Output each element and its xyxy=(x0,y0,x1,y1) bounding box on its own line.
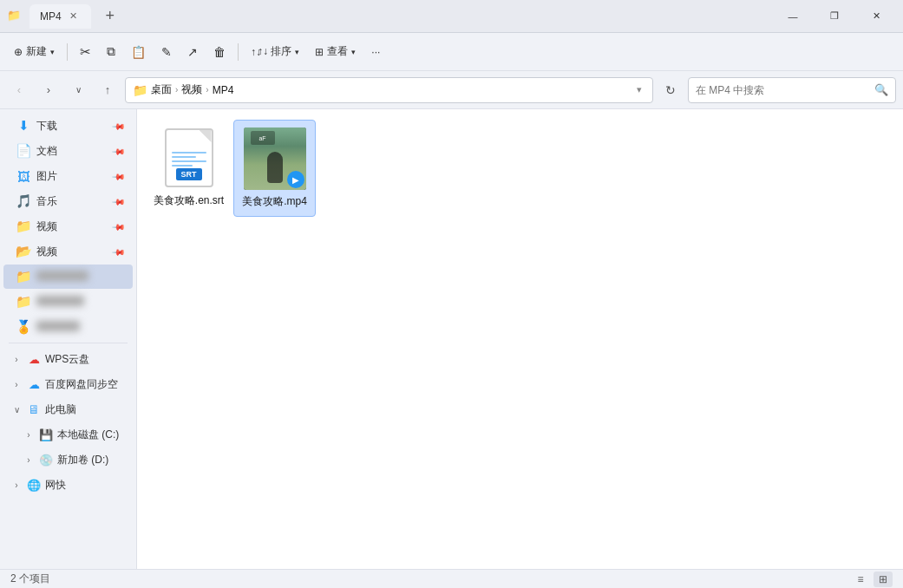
list-view-button[interactable]: ≡ xyxy=(851,572,870,587)
sidebar-item-thispc[interactable]: ∨ 🖥 此电脑 xyxy=(3,397,133,421)
download-label: 下载 xyxy=(36,119,57,134)
copy-icon: ⧉ xyxy=(107,44,115,59)
music-label: 音乐 xyxy=(36,194,57,209)
baidu-label: 百度网盘同步空 xyxy=(45,377,118,392)
pin-icon-videos1: 📌 xyxy=(112,219,126,233)
blurred2-text xyxy=(36,296,84,309)
list-view-icon: ≡ xyxy=(857,573,863,585)
up-button[interactable]: ↑ xyxy=(95,78,120,102)
more-button[interactable]: ··· xyxy=(364,42,387,62)
sidebar-item-blurred2[interactable]: 📁 xyxy=(3,290,133,314)
sidebar-item-drive-d[interactable]: › 💿 新加卷 (D:) xyxy=(3,448,133,472)
forward-button[interactable]: › xyxy=(36,78,61,102)
title-bar-left: 📁 MP4 ✕ + xyxy=(7,4,773,29)
rename-button[interactable]: ✎ xyxy=(154,41,179,63)
grid-view-button[interactable]: ⊞ xyxy=(874,572,893,587)
item-count: 2 个项目 xyxy=(10,572,50,586)
baidu-expand-icon: › xyxy=(10,380,23,389)
new-icon: ⊕ xyxy=(14,46,23,58)
down-button[interactable]: ∨ xyxy=(66,78,90,102)
sidebar-item-blurred3[interactable]: 🏅 xyxy=(3,315,133,339)
sidebar-item-videos2[interactable]: 📂 视频 📌 xyxy=(3,239,133,264)
srt-icon-container: SRT xyxy=(158,127,220,189)
blurred1-text xyxy=(36,271,88,284)
breadcrumb-folder: MP4 xyxy=(213,84,234,96)
breadcrumb-arrow-1: › xyxy=(175,85,178,95)
srt-line-4 xyxy=(172,165,193,167)
sidebar-item-baidu[interactable]: › ☁ 百度网盘同步空 xyxy=(3,372,133,396)
videos1-label: 视频 xyxy=(36,219,57,234)
more-icon: ··· xyxy=(371,46,380,58)
mp4-play-badge: ▶ xyxy=(287,171,304,188)
share-icon: ↗ xyxy=(187,45,198,59)
new-button[interactable]: ⊕ 新建 ▾ xyxy=(7,40,62,63)
sidebar-item-videos1[interactable]: 📁 视频 📌 xyxy=(3,214,133,238)
file-grid: SRT 美食攻略.en.srt aF xyxy=(147,120,893,217)
thispc-label: 此电脑 xyxy=(45,402,76,417)
pin-icon-download: 📌 xyxy=(112,119,126,133)
delete-button[interactable]: 🗑 xyxy=(206,41,232,63)
sidebar-item-drive-c[interactable]: › 💾 本地磁盘 (C:) xyxy=(3,422,133,447)
videos2-icon: 📂 xyxy=(16,244,31,259)
tab-mp4[interactable]: MP4 ✕ xyxy=(29,4,91,29)
drivec-label: 本地磁盘 (C:) xyxy=(57,428,119,442)
sidebar-item-documents[interactable]: 📄 文档 📌 xyxy=(3,139,133,163)
tab-add-button[interactable]: + xyxy=(98,4,122,29)
breadcrumb-chevron[interactable]: ▾ xyxy=(633,82,645,97)
title-bar: 📁 MP4 ✕ + — ❐ ✕ xyxy=(0,0,903,33)
close-button[interactable]: ✕ xyxy=(856,3,896,30)
sidebar-divider xyxy=(9,343,128,343)
copy-button[interactable]: ⧉ xyxy=(100,40,122,63)
file-item-srt[interactable]: SRT 美食攻略.en.srt xyxy=(147,120,230,217)
main-container: ⬇ 下载 📌 📄 文档 📌 🖼 图片 📌 🎵 音乐 📌 📁 视频 📌 📂 视频 xyxy=(0,109,903,569)
sort-button[interactable]: ↑↓ ↑↓ 排序 ▾ xyxy=(244,40,306,63)
network-label: 网快 xyxy=(45,478,66,493)
sidebar-item-wps[interactable]: › ☁ WPS云盘 xyxy=(3,347,133,371)
search-input[interactable] xyxy=(696,84,871,96)
paste-icon: 📋 xyxy=(131,45,146,59)
address-bar: ‹ › ∨ ↑ 📁 桌面 › 视频 › MP4 ▾ ↻ 🔍 xyxy=(0,71,903,109)
pin-icon-documents: 📌 xyxy=(112,144,126,158)
sidebar-item-pictures[interactable]: 🖼 图片 📌 xyxy=(3,164,133,188)
paste-button[interactable]: 📋 xyxy=(124,41,153,63)
sidebar-item-download[interactable]: ⬇ 下载 📌 xyxy=(3,114,133,138)
music-icon: 🎵 xyxy=(16,193,31,209)
srt-lines xyxy=(167,145,212,168)
sidebar-item-blurred1[interactable]: 📁 xyxy=(3,265,133,289)
view-button[interactable]: ⊞ 查看 ▾ xyxy=(308,40,363,63)
documents-label: 文档 xyxy=(36,144,57,159)
sidebar: ⬇ 下载 📌 📄 文档 📌 🖼 图片 📌 🎵 音乐 📌 📁 视频 📌 📂 视频 xyxy=(0,109,137,569)
mp4-icon-container: aF ▶ xyxy=(244,127,306,190)
file-item-mp4[interactable]: aF ▶ 美食攻略.mp4 xyxy=(233,120,316,217)
view-label: 查看 xyxy=(327,44,348,59)
toolbar: ⊕ 新建 ▾ ✂ ⧉ 📋 ✎ ↗ 🗑 ↑↓ ↑↓ 排序 ▾ ⊞ 查看 ▾ ··· xyxy=(0,33,903,71)
sidebar-item-network[interactable]: › 🌐 网快 xyxy=(3,473,133,497)
pictures-label: 图片 xyxy=(36,169,57,184)
minimize-button[interactable]: — xyxy=(773,3,813,30)
cut-button[interactable]: ✂ xyxy=(73,40,98,64)
refresh-button[interactable]: ↻ xyxy=(658,78,683,102)
breadcrumb-videos: 视频 xyxy=(181,82,202,97)
tab-close-button[interactable]: ✕ xyxy=(67,10,81,23)
back-button[interactable]: ‹ xyxy=(7,78,31,102)
tab-label: MP4 xyxy=(40,10,62,23)
blurred1-icon: 📁 xyxy=(16,269,31,284)
share-button[interactable]: ↗ xyxy=(180,41,205,63)
sidebar-item-music[interactable]: 🎵 音乐 📌 xyxy=(3,189,133,213)
pin-icon-music: 📌 xyxy=(112,194,126,208)
drived-label: 新加卷 (D:) xyxy=(57,453,108,467)
wps-label: WPS云盘 xyxy=(45,352,89,367)
sort-label: ↑↓ 排序 xyxy=(258,44,291,59)
search-icon: 🔍 xyxy=(874,83,888,96)
maximize-button[interactable]: ❐ xyxy=(815,3,854,30)
network-icon: 🌐 xyxy=(26,477,42,493)
thispc-icon: 🖥 xyxy=(26,402,42,417)
mp4-filename: 美食攻略.mp4 xyxy=(242,195,307,209)
search-bar[interactable]: 🔍 xyxy=(688,77,896,103)
thispc-expand-icon: ∨ xyxy=(10,405,23,415)
grid-view-icon: ⊞ xyxy=(879,573,887,585)
drived-expand-icon: › xyxy=(23,455,35,465)
drivec-expand-icon: › xyxy=(23,430,35,440)
breadcrumb[interactable]: 📁 桌面 › 视频 › MP4 ▾ xyxy=(125,77,653,103)
breadcrumb-arrow-2: › xyxy=(206,85,208,95)
